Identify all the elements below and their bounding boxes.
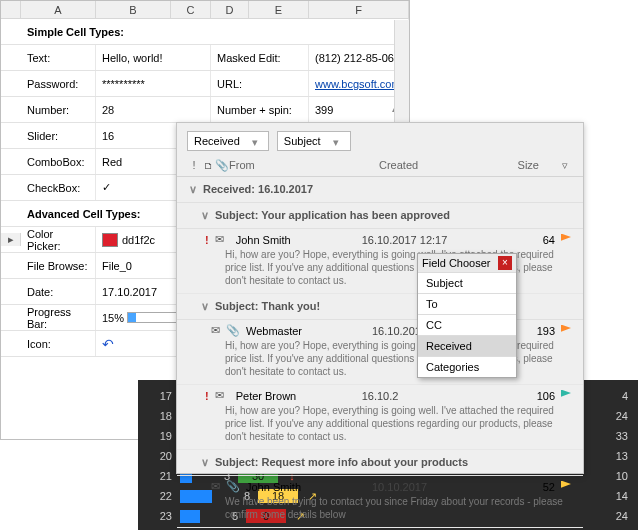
msg-size: 106	[525, 390, 555, 402]
cell-label: Password:	[21, 71, 96, 96]
cell-password[interactable]: **********	[96, 71, 211, 96]
mail-message[interactable]: ✉📎Webmaster16.10.2017193Hi, how are you?…	[177, 320, 583, 385]
flag-icon[interactable]	[561, 390, 571, 402]
value-2: 13	[588, 450, 628, 462]
field-item-to[interactable]: To	[418, 293, 516, 314]
cell-label: Progress Bar:	[21, 305, 96, 330]
value-2: 24	[588, 510, 628, 522]
msg-date: 10.10.2017	[372, 481, 482, 493]
envelope-icon: ✉	[215, 389, 224, 402]
cell-label: ComboBox:	[21, 149, 96, 174]
group-subject[interactable]: ∨Subject: Your application has been appr…	[177, 203, 583, 229]
flag-icon[interactable]	[561, 234, 571, 246]
row-number: 23	[148, 510, 172, 522]
col-c[interactable]: C	[171, 1, 211, 18]
cell-label: Masked Edit:	[211, 45, 309, 70]
field-item-categories[interactable]: Categories	[418, 356, 516, 377]
expand-icon: ∨	[201, 456, 211, 469]
field-item-received[interactable]: Received	[418, 335, 516, 356]
field-item-cc[interactable]: CC	[418, 314, 516, 335]
cell-label: Date:	[21, 279, 96, 304]
importance-col-icon[interactable]: !	[187, 159, 201, 172]
importance-icon: !	[205, 234, 209, 246]
mail-message[interactable]: !✉Peter Brown16.10.2106Hi, how are you? …	[177, 385, 583, 450]
row-marker-icon: ▸	[1, 233, 21, 246]
cell-label: File Browse:	[21, 253, 96, 278]
col-corner[interactable]	[1, 1, 21, 18]
flag-icon[interactable]	[561, 481, 571, 493]
cell-label: Number + spin:	[211, 97, 309, 122]
cell-label: URL:	[211, 71, 309, 96]
row-number: 17	[148, 390, 172, 402]
col-created[interactable]: Created	[379, 159, 479, 172]
msg-date: 16.10.2017 12:17	[362, 234, 472, 246]
msg-from: Peter Brown	[236, 390, 356, 402]
msg-from: John Smith	[246, 481, 366, 493]
row-number: 22	[148, 490, 172, 502]
close-icon[interactable]: ×	[498, 256, 512, 270]
col-e[interactable]: E	[249, 1, 309, 18]
value-2: 24	[588, 410, 628, 422]
row-number: 21	[148, 470, 172, 482]
filter-icon[interactable]: ▿	[559, 159, 573, 172]
col-b[interactable]: B	[96, 1, 171, 18]
col-d[interactable]: D	[211, 1, 249, 18]
cell-label: Slider:	[21, 123, 96, 148]
msg-size: 64	[525, 234, 555, 246]
envelope-icon: ✉	[211, 324, 220, 337]
field-chooser-popup: Field Chooser× Subject To CC Received Ca…	[417, 253, 517, 378]
cell-label: Text:	[21, 45, 96, 70]
value-2: 4	[588, 390, 628, 402]
popup-title: Field Chooser	[422, 257, 490, 269]
mail-message[interactable]: !✉John Smith16.10.2017 12:1764Hi, how ar…	[177, 229, 583, 294]
cell-label: Icon:	[21, 331, 96, 356]
msg-date: 16.10.2	[362, 390, 472, 402]
value-2: 14	[588, 490, 628, 502]
attachment-icon: 📎	[226, 480, 240, 493]
row-number: 18	[148, 410, 172, 422]
group-received[interactable]: ∨Received: 16.10.2017	[177, 177, 583, 203]
mail-panel: Received Subject ! 🗅 📎 From Created Size…	[176, 122, 584, 474]
msg-from: Webmaster	[246, 325, 366, 337]
cell-label: Color Picker:	[21, 227, 96, 252]
envelope-icon: ✉	[215, 233, 224, 246]
group-subject[interactable]: ∨Subject: Request more info about your p…	[177, 450, 583, 476]
chevron-down-icon	[252, 136, 262, 146]
cell-label: Number:	[21, 97, 96, 122]
attach-col-icon[interactable]: 📎	[215, 159, 229, 172]
col-size[interactable]: Size	[479, 159, 539, 172]
envelope-icon: ✉	[211, 480, 220, 493]
value-2: 33	[588, 430, 628, 442]
chevron-down-icon	[333, 136, 343, 146]
row-number: 20	[148, 450, 172, 462]
grid-section-simple: Simple Cell Types:	[21, 19, 409, 44]
cell-text[interactable]: Hello, world!	[96, 45, 211, 70]
mail-message[interactable]: ✉📎John Smith10.10.201752We have been try…	[177, 476, 583, 528]
grid-column-headers: A B C D E F	[1, 1, 409, 19]
col-a[interactable]: A	[21, 1, 96, 18]
group-subject[interactable]: ∨Subject: Thank you!	[177, 294, 583, 320]
msg-size: 52	[525, 481, 555, 493]
col-from[interactable]: From	[229, 159, 379, 172]
flag-icon[interactable]	[561, 325, 571, 337]
field-item-subject[interactable]: Subject	[418, 272, 516, 293]
msg-from: John Smith	[236, 234, 356, 246]
color-swatch-icon	[102, 233, 118, 247]
groupby-combo[interactable]: Received	[187, 131, 269, 151]
mail-column-headers: ! 🗅 📎 From Created Size ▿	[177, 155, 583, 177]
importance-icon: !	[205, 390, 209, 402]
cell-number[interactable]: 28	[96, 97, 211, 122]
expand-icon: ∨	[201, 209, 211, 222]
msg-preview: We have been trying to contact you since…	[205, 493, 571, 523]
msg-preview: Hi, how are you? Hope, everything is goi…	[205, 402, 571, 445]
cell-label: CheckBox:	[21, 175, 96, 200]
value-2: 10	[588, 470, 628, 482]
attachment-icon: 📎	[226, 324, 240, 337]
msg-size: 193	[525, 325, 555, 337]
col-f[interactable]: F	[309, 1, 409, 18]
row-number: 19	[148, 430, 172, 442]
expand-icon: ∨	[189, 183, 199, 196]
sortby-combo[interactable]: Subject	[277, 131, 351, 151]
expand-icon: ∨	[201, 300, 211, 313]
read-col-icon[interactable]: 🗅	[201, 159, 215, 172]
